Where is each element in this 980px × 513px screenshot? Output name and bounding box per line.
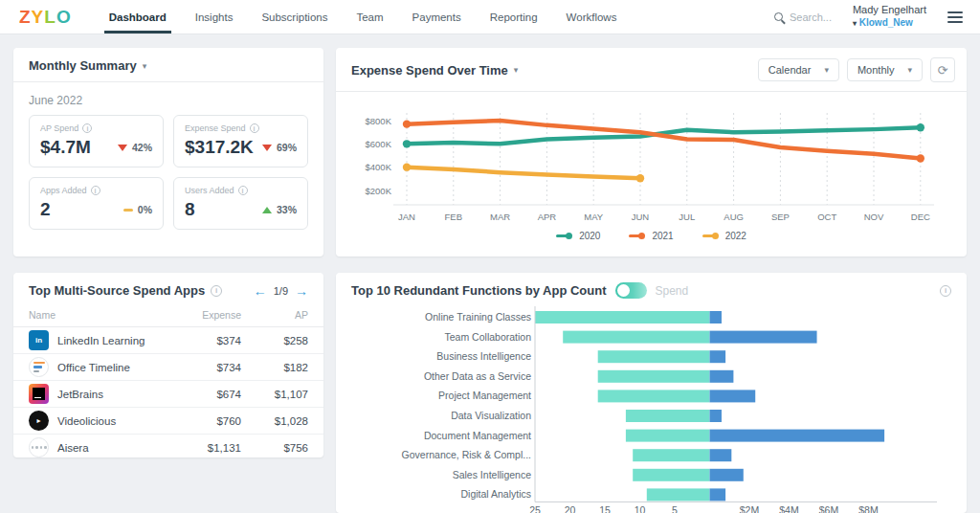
table-row[interactable]: inLinkedIn Learning$374$258 <box>13 327 323 354</box>
svg-text:$4M: $4M <box>779 504 798 513</box>
nav-item-insights[interactable]: Insights <box>181 0 248 33</box>
svg-text:Data Visualization: Data Visualization <box>451 410 531 421</box>
chevron-down-icon: ▾ <box>824 65 829 75</box>
legend-item-2021[interactable]: 2021 <box>629 231 673 241</box>
office-timeline-app-icon <box>29 357 49 377</box>
svg-text:15: 15 <box>599 504 611 513</box>
granularity-dropdown[interactable]: Monthly▾ <box>847 58 923 81</box>
nav-item-reporting[interactable]: Reporting <box>476 0 552 33</box>
trend-flat-icon <box>123 209 133 212</box>
redundant-chart-title: Top 10 Redundant Functions by App Count <box>351 283 606 298</box>
bar-chart-area: Online Training ClassesTeam Collaboratio… <box>336 304 967 513</box>
table-header: Name Expense AP <box>13 305 323 327</box>
table-row[interactable]: ▸Videolicious$760$1,028 <box>13 408 323 435</box>
linkedin-app-icon: in <box>29 330 49 350</box>
column-name[interactable]: Name <box>29 309 170 321</box>
svg-text:FEB: FEB <box>445 212 462 222</box>
videolicious-app-icon: ▸ <box>29 411 49 431</box>
nav-item-payments[interactable]: Payments <box>398 0 476 33</box>
svg-text:Digital Analytics: Digital Analytics <box>460 488 531 500</box>
info-icon[interactable]: i <box>250 123 259 133</box>
next-page-arrow-icon[interactable]: → <box>295 284 308 298</box>
zylo-logo[interactable]: ZYLO <box>0 0 95 33</box>
trend-up-icon <box>262 207 272 213</box>
info-icon[interactable]: i <box>211 285 222 297</box>
metric-value: 8 <box>185 199 195 220</box>
trend-down-icon <box>118 145 127 151</box>
logo-letter: Z <box>19 7 32 28</box>
monthly-summary-title: Monthly Summary <box>29 58 137 73</box>
info-icon[interactable]: i <box>82 123 92 133</box>
trend-down-icon <box>262 145 272 151</box>
table-row[interactable]: Aisera$1,131$756 <box>13 435 323 457</box>
app-name: JetBrains <box>57 389 103 400</box>
search-input[interactable]: Search... <box>774 11 832 23</box>
legend-item-2020[interactable]: 2020 <box>556 231 600 241</box>
nav-items: DashboardInsightsSubscriptionsTeamPaymen… <box>95 0 632 33</box>
ap-value: $258 <box>241 335 308 346</box>
svg-text:5: 5 <box>672 504 678 513</box>
chevron-down-icon[interactable]: ▾ <box>143 61 147 71</box>
toggle-knob <box>617 284 630 297</box>
svg-text:20: 20 <box>565 504 576 513</box>
ap-value: $182 <box>241 362 308 373</box>
apps-table-title: Top Multi-Source Spend Apps <box>29 283 205 298</box>
chevron-down-icon[interactable]: ▾ <box>514 65 519 75</box>
info-icon[interactable]: i <box>238 186 248 195</box>
monthly-summary-card: Monthly Summary ▾ June 2022 AP Spendi$4.… <box>13 48 323 256</box>
expense-value: $374 <box>170 335 241 346</box>
svg-text:MAY: MAY <box>584 212 604 222</box>
legend-marker-icon <box>702 233 719 239</box>
nav-item-subscriptions[interactable]: Subscriptions <box>247 0 342 33</box>
nav-item-dashboard[interactable]: Dashboard <box>95 0 181 33</box>
user-menu[interactable]: Mady Engelhart ▾ Klowd_New <box>853 4 926 29</box>
metric-delta: 42% <box>118 142 152 153</box>
metric-delta: 69% <box>262 142 297 153</box>
metric-grid: AP Spendi$4.7M42%Expense Spendi$317.2K69… <box>13 115 323 230</box>
logo-letter: L <box>44 7 56 28</box>
metric-label: Users Addedi <box>185 186 297 195</box>
table-row[interactable]: Office Timeline$734$182 <box>13 354 323 381</box>
svg-text:JUN: JUN <box>632 212 650 222</box>
table-row[interactable]: JetBrains$674$1,107 <box>13 381 323 408</box>
nav-item-team[interactable]: Team <box>342 0 397 33</box>
refresh-icon[interactable]: ⟳ <box>930 57 955 82</box>
svg-text:$400K: $400K <box>366 162 392 172</box>
user-name: Mady Engelhart <box>853 4 926 17</box>
logo-letter: O <box>56 7 72 28</box>
svg-text:Sales Intelligence: Sales Intelligence <box>453 469 531 480</box>
column-ap[interactable]: AP <box>241 309 308 321</box>
legend-marker-icon <box>629 233 645 239</box>
nav-item-workflows[interactable]: Workflows <box>552 0 632 33</box>
metric-value: $317.2K <box>185 137 254 158</box>
redundant-functions-card: Top 10 Redundant Functions by App Count … <box>336 273 967 513</box>
org-switcher[interactable]: ▾ Klowd_New <box>853 17 926 30</box>
page-indicator: 1/9 <box>274 285 288 297</box>
metric-delta: 0% <box>123 204 152 215</box>
column-expense[interactable]: Expense <box>170 309 241 321</box>
calendar-dropdown[interactable]: Calendar▾ <box>758 58 839 81</box>
info-icon[interactable]: i <box>940 285 951 297</box>
legend-item-2022[interactable]: 2022 <box>702 231 746 241</box>
svg-text:$2M: $2M <box>740 504 759 513</box>
expense-line-chart: JANFEBMARAPRMAYJUNJULAUGSEPOCTNOVDEC$800… <box>336 96 967 226</box>
chevron-down-icon: ▾ <box>907 65 912 75</box>
app-name: Office Timeline <box>57 362 130 373</box>
hamburger-menu-icon[interactable] <box>947 11 963 23</box>
app-name: Aisera <box>57 442 89 454</box>
svg-text:$8M: $8M <box>858 504 878 513</box>
info-icon[interactable]: i <box>91 186 100 195</box>
svg-text:Business Intelligence: Business Intelligence <box>436 350 531 362</box>
expense-over-time-card: Expense Spend Over Time ▾ Calendar▾ Mont… <box>336 48 967 256</box>
svg-text:AUG: AUG <box>724 212 744 222</box>
summary-period: June 2022 <box>13 82 323 115</box>
prev-page-arrow-icon[interactable]: ← <box>254 284 267 298</box>
expense-value: $760 <box>170 415 241 427</box>
svg-text:SEP: SEP <box>771 212 790 222</box>
line-chart-area: JANFEBMARAPRMAYJUNJULAUGSEPOCTNOVDEC$800… <box>336 92 967 230</box>
svg-text:JUL: JUL <box>679 212 695 222</box>
svg-text:$200K: $200K <box>366 186 392 196</box>
count-spend-toggle[interactable] <box>615 282 647 299</box>
top-nav: ZYLO DashboardInsightsSubscriptionsTeamP… <box>0 0 980 34</box>
search-placeholder: Search... <box>790 11 832 23</box>
